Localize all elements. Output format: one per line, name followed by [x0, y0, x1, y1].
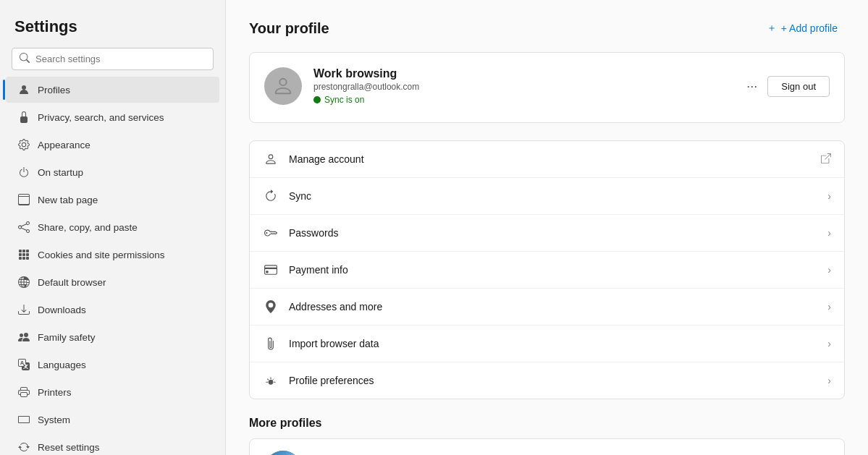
sidebar-item-label: Printers	[38, 387, 72, 398]
sync-menu-label: Sync	[289, 190, 817, 202]
search-icon	[20, 53, 30, 65]
system-icon	[17, 413, 30, 426]
main-header: Your profile ＋ + Add profile	[249, 17, 845, 39]
sidebar-item-languages[interactable]: Languages	[6, 352, 219, 378]
sidebar-item-profiles[interactable]: Profiles	[6, 77, 219, 103]
sidebar-item-cookies[interactable]: Cookies and site permissions	[6, 242, 219, 268]
sidebar-item-appearance[interactable]: Appearance	[6, 132, 219, 158]
grid-icon	[17, 248, 30, 261]
printer-icon	[17, 386, 30, 399]
sidebar-item-label: Appearance	[38, 140, 90, 150]
personal-profile-card: Personal pgralla@hotmail.com Switch	[249, 438, 845, 455]
browser-icon	[17, 276, 30, 289]
profile-email: prestongralla@outlook.com	[313, 82, 730, 92]
person-icon	[272, 75, 294, 97]
manage-account-label: Manage account	[289, 153, 811, 165]
passwords-item[interactable]: Passwords ›	[250, 215, 844, 252]
sync-icon	[263, 188, 279, 204]
sync-label: Sync is on	[324, 95, 364, 105]
external-link-icon	[821, 153, 831, 166]
appearance-icon	[17, 138, 30, 151]
sidebar-item-label: Downloads	[38, 305, 86, 315]
app-title: Settings	[0, 12, 225, 48]
addresses-item[interactable]: Addresses and more ›	[250, 289, 844, 326]
sidebar-item-downloads[interactable]: Downloads	[6, 297, 219, 323]
chevron-right-icon: ›	[827, 190, 831, 202]
family-icon	[17, 331, 30, 344]
sidebar-item-label: Reset settings	[38, 442, 100, 453]
sync-item[interactable]: Sync ›	[250, 178, 844, 215]
sign-out-button[interactable]: Sign out	[767, 76, 830, 97]
sidebar: Settings Profiles Privacy, search, and s…	[0, 0, 226, 455]
addresses-icon	[263, 299, 279, 315]
chevron-right-icon: ›	[827, 227, 831, 239]
sidebar-item-share[interactable]: Share, copy, and paste	[6, 214, 219, 240]
current-profile-card: Work browsing prestongralla@outlook.com …	[249, 52, 845, 123]
more-profiles-title: More profiles	[249, 417, 845, 430]
profile-header: Work browsing prestongralla@outlook.com …	[264, 67, 830, 105]
plus-icon: ＋	[767, 22, 777, 35]
profile-name: Work browsing	[313, 67, 730, 80]
passwords-label: Passwords	[289, 227, 817, 239]
download-icon	[17, 303, 30, 316]
language-icon	[17, 358, 30, 371]
payment-item[interactable]: Payment info ›	[250, 252, 844, 289]
import-item[interactable]: Import browser data ›	[250, 326, 844, 362]
sidebar-item-label: Family safety	[38, 332, 96, 343]
sidebar-item-label: Profiles	[38, 85, 70, 95]
preferences-icon	[263, 373, 279, 388]
manage-account-icon	[263, 151, 279, 167]
more-options-button[interactable]: ···	[742, 75, 762, 97]
sidebar-item-system[interactable]: System	[6, 407, 219, 433]
manage-account-item[interactable]: Manage account	[250, 141, 844, 178]
power-icon	[17, 166, 30, 179]
sidebar-item-reset[interactable]: Reset settings	[6, 434, 219, 455]
sidebar-item-label: Privacy, search, and services	[38, 112, 164, 123]
sidebar-item-label: Languages	[38, 360, 86, 370]
personal-avatar	[264, 451, 302, 455]
preferences-label: Profile preferences	[289, 375, 817, 386]
add-profile-label: + Add profile	[781, 22, 838, 34]
chevron-right-icon: ›	[827, 338, 831, 349]
main-content: Your profile ＋ + Add profile Work browsi…	[226, 0, 868, 455]
reset-icon	[17, 441, 30, 454]
profile-menu-list: Manage account Sync › Passwords › Paymen…	[249, 140, 845, 399]
profile-info: Work browsing prestongralla@outlook.com …	[313, 67, 730, 105]
profiles-icon	[17, 83, 30, 96]
search-input[interactable]	[35, 54, 206, 64]
tab-icon	[17, 193, 30, 206]
sync-status: Sync is on	[313, 95, 730, 105]
share-icon	[17, 221, 30, 234]
avatar	[264, 67, 302, 105]
page-title: Your profile	[249, 20, 329, 37]
payment-icon	[263, 262, 279, 278]
sidebar-item-privacy[interactable]: Privacy, search, and services	[6, 104, 219, 130]
sidebar-item-default-browser[interactable]: Default browser	[6, 269, 219, 295]
sidebar-item-label: New tab page	[38, 195, 98, 205]
sync-indicator	[313, 96, 321, 103]
chevron-right-icon: ›	[827, 375, 831, 386]
personal-avatar-image	[264, 451, 302, 455]
sidebar-item-label: System	[38, 414, 70, 425]
sidebar-item-label: Cookies and site permissions	[38, 250, 165, 260]
profile-actions: ··· Sign out	[742, 75, 830, 97]
import-icon	[263, 336, 279, 352]
payment-label: Payment info	[289, 264, 817, 276]
privacy-icon	[17, 111, 30, 124]
svg-point-0	[22, 85, 26, 90]
chevron-right-icon: ›	[827, 301, 831, 312]
preferences-item[interactable]: Profile preferences ›	[250, 362, 844, 399]
sidebar-item-on-startup[interactable]: On startup	[6, 159, 219, 185]
chevron-right-icon: ›	[827, 264, 831, 276]
passwords-icon	[263, 225, 279, 241]
import-label: Import browser data	[289, 338, 817, 349]
addresses-label: Addresses and more	[289, 301, 817, 312]
sidebar-item-new-tab[interactable]: New tab page	[6, 187, 219, 213]
sidebar-item-family[interactable]: Family safety	[6, 324, 219, 350]
add-profile-button[interactable]: ＋ + Add profile	[759, 17, 845, 39]
search-box	[12, 48, 214, 70]
sidebar-item-printers[interactable]: Printers	[6, 379, 219, 405]
sidebar-item-label: Share, copy, and paste	[38, 222, 138, 233]
sidebar-item-label: Default browser	[38, 277, 106, 288]
sidebar-item-label: On startup	[38, 167, 83, 178]
